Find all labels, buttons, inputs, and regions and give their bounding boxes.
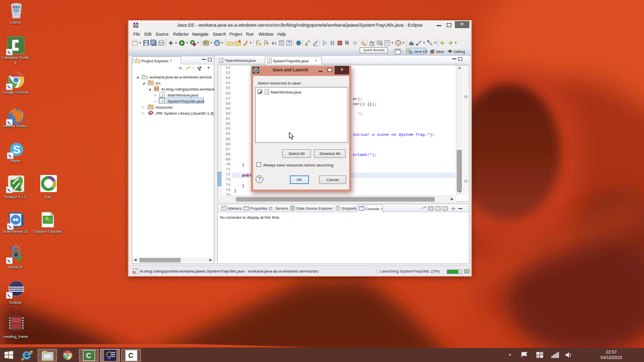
- svg-text:¶: ¶: [288, 41, 290, 45]
- svg-text:J: J: [161, 99, 163, 104]
- svg-text:⚖: ⚖: [269, 206, 273, 211]
- svg-text:J: J: [266, 89, 268, 94]
- svg-text:J: J: [269, 59, 271, 63]
- svg-text:S: S: [216, 41, 218, 46]
- svg-text:N: N: [345, 40, 349, 46]
- svg-text:S: S: [13, 143, 21, 156]
- svg-text:J: J: [220, 59, 222, 62]
- svg-text:J: J: [161, 93, 163, 98]
